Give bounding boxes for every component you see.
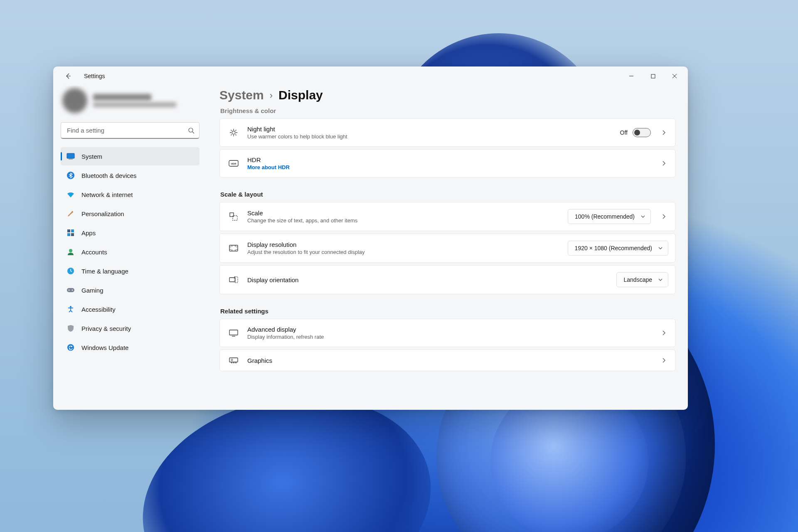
svg-point-26 [231,359,233,361]
resolution-icon [228,244,239,252]
maximize-button[interactable] [642,68,664,84]
chevron-right-icon[interactable] [659,214,668,219]
sidebar-item-label: Network & internet [81,191,133,198]
setting-resolution[interactable]: Display resolution Adjust the resolution… [219,234,675,263]
section-header-brightness: Brightness & color [220,107,675,114]
search-box[interactable] [61,122,200,139]
breadcrumb-current: Display [278,88,323,102]
sidebar-item-gaming[interactable]: Gaming [61,281,200,299]
section-header-scale: Scale & layout [220,191,675,198]
svg-text:HDR: HDR [231,163,237,165]
bluetooth-icon [66,171,75,180]
nav-list: System Bluetooth & devices Network & int… [61,147,200,357]
profile-name-redacted [93,94,151,101]
accessibility-icon [66,305,75,313]
setting-title: Advanced display [247,326,651,333]
sidebar-item-apps[interactable]: Apps [61,224,200,242]
person-icon [66,248,75,256]
svg-rect-21 [229,245,238,251]
svg-rect-7 [67,233,70,236]
sidebar-item-bluetooth[interactable]: Bluetooth & devices [61,166,200,185]
sidebar-item-label: Accessibility [81,306,116,313]
profile-block[interactable] [61,86,200,122]
setting-title: Scale [247,209,559,217]
sidebar-item-personalization[interactable]: Personalization [61,204,200,223]
brush-icon [66,209,75,218]
setting-subtitle: Use warmer colors to help block blue lig… [247,133,612,140]
sidebar-item-label: Accounts [81,249,107,256]
chevron-right-icon[interactable] [659,160,668,166]
window-title: Settings [84,73,105,79]
chevron-down-icon [658,278,663,281]
setting-subtitle: Display information, refresh rate [247,334,651,340]
sidebar: System Bluetooth & devices Network & int… [53,86,207,410]
titlebar: Settings [53,66,688,86]
svg-rect-19 [230,213,234,217]
orientation-dropdown[interactable]: Landscape [616,272,668,287]
svg-rect-0 [651,74,655,78]
sidebar-item-label: Time & language [81,268,128,275]
shield-icon [66,324,75,332]
setting-subtitle: Change the size of text, apps, and other… [247,217,559,224]
search-input[interactable] [61,122,200,139]
setting-title: Graphics [247,357,651,364]
update-icon [66,343,75,352]
avatar [62,88,87,113]
apps-icon [66,229,75,237]
sidebar-item-time-language[interactable]: Time & language [61,262,200,280]
svg-point-14 [70,306,71,308]
sidebar-item-accounts[interactable]: Accounts [61,243,200,261]
scale-icon [228,212,239,221]
chevron-right-icon: › [270,90,273,101]
sidebar-item-label: Gaming [81,287,103,294]
setting-graphics[interactable]: Graphics [219,350,675,371]
sidebar-item-system[interactable]: System [61,147,200,165]
chevron-right-icon[interactable] [659,330,668,336]
hdr-more-link[interactable]: More about HDR [247,164,651,170]
svg-rect-8 [71,233,74,236]
settings-window: Settings [53,66,688,410]
orientation-icon [228,276,239,283]
sidebar-item-network[interactable]: Network & internet [61,185,200,204]
sidebar-item-label: Bluetooth & devices [81,172,137,179]
setting-subtitle: Adjust the resolution to fit your connec… [247,249,559,255]
close-button[interactable] [664,68,685,84]
setting-advanced-display[interactable]: Advanced display Display information, re… [219,319,675,347]
scale-dropdown[interactable]: 100% (Recommended) [568,209,651,224]
minimize-icon [629,74,634,79]
minimize-button[interactable] [621,68,642,84]
sidebar-item-label: Privacy & security [81,325,131,332]
sidebar-item-label: Apps [81,229,96,236]
back-button[interactable] [61,69,76,84]
system-icon [66,152,75,160]
sidebar-item-label: System [81,153,102,160]
sidebar-item-windows-update[interactable]: Windows Update [61,338,200,357]
svg-rect-11 [67,288,74,292]
setting-night-light[interactable]: Night light Use warmer colors to help bl… [219,118,675,147]
sidebar-item-privacy[interactable]: Privacy & security [61,319,200,337]
setting-scale[interactable]: Scale Change the size of text, apps, and… [219,202,675,231]
setting-title: Night light [247,126,612,133]
dropdown-value: 100% (Recommended) [575,213,635,220]
svg-rect-25 [229,358,238,362]
svg-rect-3 [69,159,73,160]
resolution-dropdown[interactable]: 1920 × 1080 (Recommended) [568,241,668,256]
setting-hdr[interactable]: HDR HDR More about HDR [219,149,675,177]
svg-point-16 [232,131,235,134]
search-icon [188,127,195,134]
setting-orientation[interactable]: Display orientation Landscape [219,265,675,294]
svg-rect-2 [67,153,74,158]
graphics-icon [228,357,239,364]
chevron-down-icon [658,246,663,250]
breadcrumb: System › Display [219,88,675,102]
chevron-right-icon[interactable] [659,357,668,363]
dropdown-value: 1920 × 1080 (Recommended) [575,245,652,251]
monitor-icon [228,329,239,337]
arrow-left-icon [65,73,71,79]
chevron-right-icon[interactable] [659,130,668,135]
wifi-icon [66,190,75,199]
breadcrumb-parent[interactable]: System [219,88,264,102]
night-light-toggle[interactable] [633,128,651,137]
main-content: System › Display Brightness & color Nigh… [207,86,688,410]
sidebar-item-accessibility[interactable]: Accessibility [61,300,200,318]
